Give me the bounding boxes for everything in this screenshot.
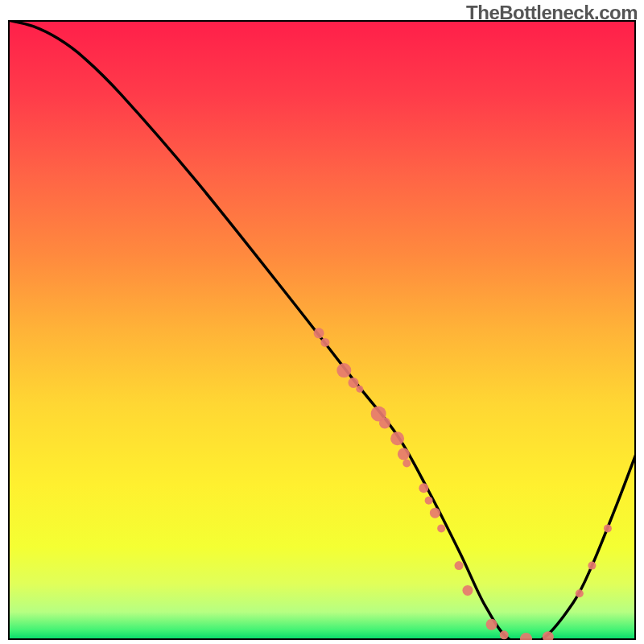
marker-point (314, 328, 324, 338)
marker-point (500, 630, 509, 639)
marker-point (349, 378, 359, 388)
marker-point (425, 497, 433, 505)
marker-point (398, 448, 410, 460)
marker-point (390, 431, 404, 445)
chart-svg (8, 20, 636, 640)
marker-point (336, 363, 351, 378)
marker-point (430, 508, 440, 518)
marker-point (419, 483, 428, 493)
watermark-text: TheBottleneck.com (466, 2, 638, 24)
marker-point (356, 386, 363, 393)
marker-point (462, 585, 473, 596)
marker-point (402, 460, 411, 468)
marker-point (576, 589, 584, 597)
marker-point (604, 524, 612, 532)
marker-point (437, 524, 445, 532)
bottleneck-chart: TheBottleneck.com (0, 0, 644, 644)
marker-point (588, 562, 596, 570)
marker-point (455, 561, 464, 570)
marker-point (320, 338, 329, 347)
marker-point (486, 619, 497, 630)
marker-point (379, 418, 390, 429)
